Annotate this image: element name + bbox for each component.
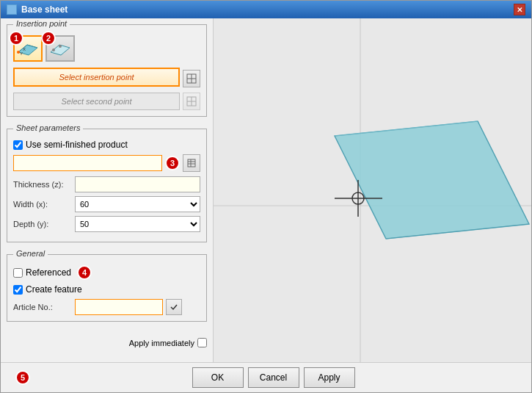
create-feature-label: Create feature (26, 284, 82, 295)
depth-select[interactable]: 50 40 60 70 (75, 216, 200, 232)
create-feature-checkbox[interactable] (13, 285, 23, 295)
badge-2: 2 (41, 31, 56, 46)
material-input[interactable]: Bl 1 - Al99,0 (13, 155, 162, 171)
cursor-icon-2 (186, 96, 197, 107)
svg-text:X: X (23, 47, 26, 51)
semi-finished-row: Use semi-finished product (13, 140, 200, 150)
badge-5: 5 (15, 370, 30, 385)
ip-buttons-row: 1 X Y (13, 35, 200, 62)
svg-rect-15 (188, 159, 195, 167)
thickness-row: Thickness (z): 1 (13, 176, 200, 192)
apply-immediately-label: Apply immediately (129, 339, 194, 347)
ok-button[interactable]: OK (192, 367, 244, 388)
referenced-row: Referenced 4 (13, 265, 200, 280)
insertion-icon-btn-2[interactable] (183, 93, 200, 110)
checkmark-icon (170, 303, 178, 311)
insertion-point-content: 1 X Y (7, 25, 206, 116)
width-select[interactable]: 60 50 40 80 (75, 196, 200, 212)
sheet-params-section: Sheet parameters Use semi-finished produ… (7, 129, 207, 242)
general-title: General (13, 249, 48, 258)
select-insertion-button[interactable]: Select insertion point (13, 68, 180, 87)
width-row: Width (x): 60 50 40 80 (13, 196, 200, 212)
window-title: Base sheet (21, 4, 68, 15)
3d-sheet-svg (214, 18, 531, 362)
thickness-label: Thickness (z): (13, 180, 72, 189)
thickness-input[interactable]: 1 (75, 176, 200, 192)
badge-4: 4 (77, 265, 92, 280)
close-button[interactable]: ✕ (514, 4, 525, 15)
ip-button-1[interactable]: 1 X Y (13, 35, 43, 62)
cursor-icon (186, 73, 197, 84)
viewport-3d (214, 18, 531, 362)
sheet-params-title: Sheet parameters (13, 123, 83, 132)
apply-immediately-checkbox[interactable] (197, 338, 207, 347)
badge-3: 3 (165, 156, 180, 170)
insertion-point-wrapper: Insertion point 1 (7, 24, 207, 123)
insertion-point-title: Insertion point (13, 19, 70, 28)
sheet-params-wrapper: Sheet parameters Use semi-finished produ… (7, 129, 207, 248)
title-bar-left: Base sheet (7, 4, 68, 15)
ip-button-2[interactable]: 2 (45, 35, 75, 62)
apply-immediately-row: Apply immediately (7, 338, 207, 347)
referenced-checkbox[interactable] (13, 268, 23, 278)
article-input[interactable]: Bl 1 (75, 299, 163, 315)
general-wrapper: General Referenced 4 Create feature (7, 254, 207, 328)
insertion-icon-btn-1[interactable] (183, 70, 200, 87)
insertion-point-section: Insertion point 1 (7, 24, 207, 117)
right-panel (214, 18, 531, 362)
left-panel: Insertion point 1 (1, 18, 214, 362)
title-bar: Base sheet ✕ (1, 1, 531, 18)
svg-text:Y: Y (20, 51, 23, 56)
article-label: Article No.: (13, 303, 72, 311)
semi-finished-checkbox[interactable] (13, 140, 23, 150)
general-section: General Referenced 4 Create feature (7, 254, 207, 322)
depth-row: Depth (y): 50 40 60 70 (13, 216, 200, 232)
badge-1: 1 (9, 31, 23, 46)
select-second-row: Select second point (13, 93, 200, 110)
create-feature-row: Create feature (13, 284, 200, 295)
referenced-label: Referenced (26, 267, 71, 278)
content-area: Insertion point 1 (1, 18, 531, 362)
sheet-params-content: Use semi-finished product Bl 1 - Al99,0 … (7, 129, 206, 242)
bottom-buttons-area: 5 OK Cancel Apply (1, 362, 531, 392)
width-label: Width (x): (13, 200, 72, 209)
material-row: Bl 1 - Al99,0 3 (13, 154, 200, 172)
depth-label: Depth (y): (13, 220, 72, 228)
general-content: Referenced 4 Create feature Article No.:… (7, 255, 206, 321)
table-icon (187, 159, 196, 167)
svg-point-8 (59, 45, 62, 48)
article-row: Article No.: Bl 1 (13, 299, 200, 315)
select-insertion-row: Select insertion point (13, 68, 200, 90)
material-browse-btn[interactable] (183, 154, 200, 172)
main-window: Base sheet ✕ Insertion point 1 (0, 0, 532, 393)
semi-finished-label: Use semi-finished product (26, 140, 128, 150)
article-check-btn[interactable] (166, 299, 182, 315)
select-second-button[interactable]: Select second point (13, 93, 180, 110)
window-icon (7, 4, 17, 15)
svg-point-7 (52, 48, 55, 51)
apply-button[interactable]: Apply (304, 367, 355, 388)
cancel-button[interactable]: Cancel (248, 367, 299, 388)
